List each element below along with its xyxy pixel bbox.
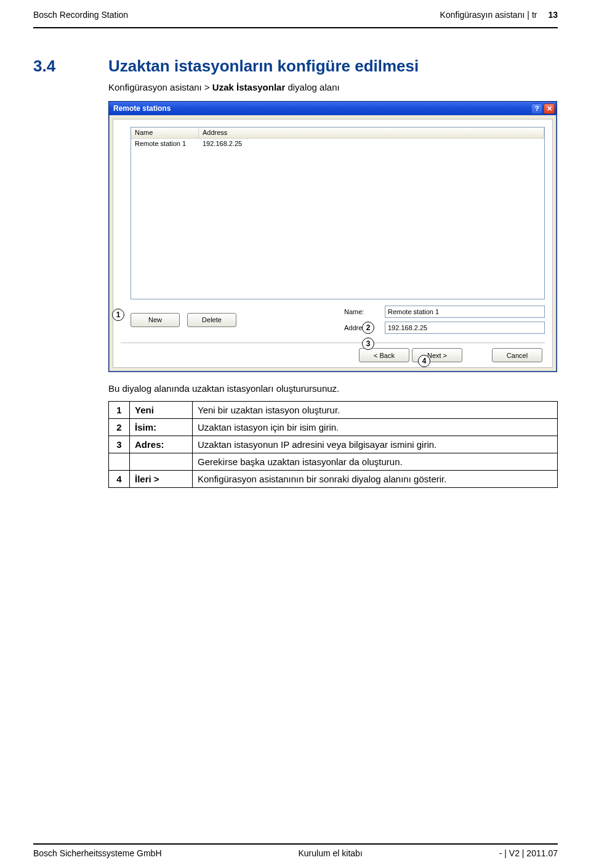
dialog-wrap: 1 2 3 4 Remote stations ? ✕	[108, 101, 558, 372]
legend-key: Yeni	[130, 402, 193, 419]
cell-name: Remote station 1	[131, 139, 199, 148]
legend-row: 2İsim:Uzaktan istasyon için bir isim gir…	[109, 419, 558, 436]
dialog-separator	[121, 343, 545, 343]
stations-list[interactable]: Name Address Remote station 1 192.168.2.…	[131, 127, 545, 299]
list-header: Name Address	[131, 128, 544, 139]
legend-key: Adres:	[130, 436, 193, 453]
legend-table: 1YeniYeni bir uzaktan istasyon oluşturur…	[108, 401, 558, 488]
header-section-name: Konfigürasyın asistanı	[440, 10, 525, 20]
legend-num: 1	[109, 402, 130, 419]
description-text: Bu diyalog alanında uzaktan istasyonları…	[108, 383, 558, 394]
legend-num: 3	[109, 436, 130, 453]
address-input[interactable]	[385, 322, 545, 334]
new-button[interactable]: New	[131, 313, 180, 327]
legend-desc: Uzaktan istasyon için bir isim girin.	[193, 419, 558, 436]
header-lang: tr	[532, 10, 537, 20]
footer-rule	[33, 843, 558, 845]
legend-num	[109, 453, 130, 471]
header-pipe: |	[527, 10, 529, 20]
callout-3: 3	[362, 338, 374, 350]
legend-row: 3Adres:Uzaktan istasyonun IP adresini ve…	[109, 436, 558, 453]
name-label: Name:	[344, 308, 381, 315]
back-button[interactable]: < Back	[359, 348, 409, 362]
dialog-body: Name Address Remote station 1 192.168.2.…	[113, 119, 553, 368]
button-row: New Delete Name: Address:	[131, 306, 545, 334]
footer-left: Bosch Sicherheitssysteme GmbH	[33, 848, 162, 858]
section-number: 3.4	[33, 57, 108, 488]
delete-button[interactable]: Delete	[187, 313, 236, 327]
legend-desc: Gerekirse başka uzaktan istasyonlar da o…	[193, 453, 558, 471]
field-grid: Name: Address:	[344, 306, 545, 334]
footer-right: - | V2 | 2011.07	[499, 848, 558, 858]
legend-row: 1YeniYeni bir uzaktan istasyon oluşturur…	[109, 402, 558, 419]
section-subtitle: Konfigürasyon asistanı > Uzak İstasyonla…	[108, 82, 558, 92]
dialog-titlebar: Remote stations ? ✕	[109, 102, 557, 115]
legend-desc: Uzaktan istasyonun IP adresini veya bilg…	[193, 436, 558, 453]
section-title: Uzaktan istasyonların konfigüre edilmesi	[108, 57, 558, 76]
dialog-title: Remote stations	[113, 104, 531, 113]
page-footer: Bosch Sicherheitssysteme GmbH Kurulum el…	[0, 843, 591, 858]
page-header: Bosch Recording Station Konfigürasyın as…	[0, 0, 591, 25]
nav-row: < Back Next > Cancel	[121, 348, 545, 362]
legend-num: 4	[109, 471, 130, 488]
subtitle-prefix: Konfigürasyon asistanı >	[108, 82, 212, 92]
name-input[interactable]	[385, 306, 545, 318]
column-address[interactable]: Address	[199, 128, 544, 139]
section-heading-row: 3.4 Uzaktan istasyonların konfigüre edil…	[33, 57, 558, 488]
legend-desc: Konfigürasyon asistanının bir sonraki di…	[193, 471, 558, 488]
column-name[interactable]: Name	[131, 128, 199, 139]
callout-1: 1	[112, 309, 124, 321]
cancel-button[interactable]: Cancel	[492, 348, 542, 362]
remote-stations-dialog: Remote stations ? ✕ Name Address	[108, 101, 557, 372]
legend-row: Gerekirse başka uzaktan istasyonlar da o…	[109, 453, 558, 471]
footer-center: Kurulum el kitabı	[299, 848, 363, 858]
list-row[interactable]: Remote station 1 192.168.2.25	[131, 139, 544, 148]
nav-spacer	[465, 348, 489, 362]
callout-4: 4	[418, 355, 430, 367]
legend-key	[130, 453, 193, 471]
legend-desc: Yeni bir uzaktan istasyon oluşturur.	[193, 402, 558, 419]
subtitle-bold: Uzak İstasyonlar	[212, 82, 285, 92]
legend-row: 4İleri >Konfigürasyon asistanının bir so…	[109, 471, 558, 488]
page-number: 13	[548, 10, 558, 20]
help-button[interactable]: ?	[531, 103, 542, 114]
callout-2: 2	[362, 322, 374, 334]
legend-key: İsim:	[130, 419, 193, 436]
subtitle-suffix: diyalog alanı	[285, 82, 339, 92]
content: 3.4 Uzaktan istasyonların konfigüre edil…	[0, 28, 591, 488]
header-right: Konfigürasyın asistanı|tr 13	[440, 10, 558, 20]
legend-num: 2	[109, 419, 130, 436]
legend-key: İleri >	[130, 471, 193, 488]
cell-address: 192.168.2.25	[199, 139, 544, 148]
close-button[interactable]: ✕	[544, 103, 555, 114]
header-left: Bosch Recording Station	[33, 10, 128, 20]
